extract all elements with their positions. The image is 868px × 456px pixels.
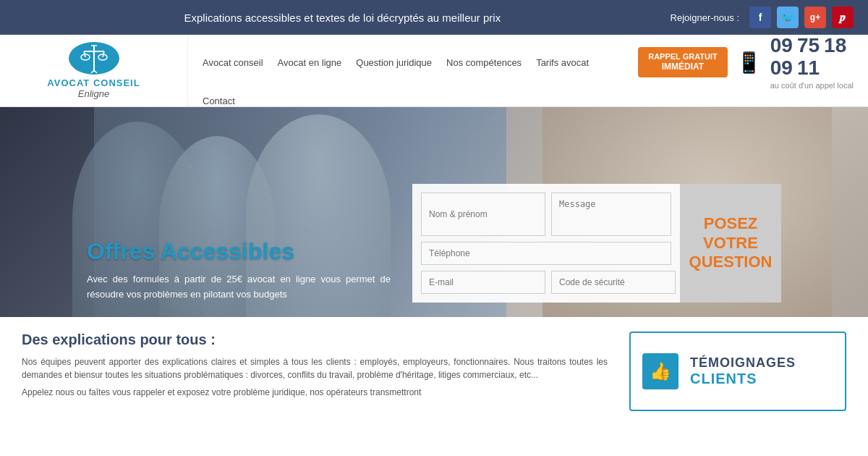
hero-text-block: Offres Accessibles Avec des formules à p… [87,238,391,303]
top-bar: Explications accessibles et textes de lo… [0,0,868,35]
posez-label: POSEZ VOTRE QUESTION [689,214,773,271]
phone-handset-icon: 📱 [736,51,762,75]
bottom-section: Des explications pour tous : Nos équipes… [0,317,868,426]
rappel-line2: IMMÉDIAT [648,62,718,73]
telephone-input[interactable] [421,242,671,265]
nom-input[interactable] [421,193,545,236]
nav-avocat-enligne[interactable]: Avocat en ligne [278,57,342,68]
nav-avocat-conseil[interactable]: Avocat conseil [203,57,263,68]
hero-form-container: 7761 POSEZ VOTRE QUESTION [412,184,781,303]
thumbs-up-icon: 👍 [642,353,678,389]
pinterest-icon[interactable]: 𝒑 [832,7,854,28]
svg-line-4 [84,51,85,57]
social-links: Rejoigner-nous : f 🐦 g+ 𝒑 [671,7,854,28]
hero-title: Offres Accessibles [87,238,391,265]
nav-competences[interactable]: Nos compétences [446,57,522,68]
nav-links: Avocat conseil Avocat en ligne Question … [203,35,854,90]
logo-area[interactable]: AVOCAT CONSEIL Enligne [0,35,188,106]
nav-area: Avocat conseil Avocat en ligne Question … [188,35,868,106]
email-input[interactable] [421,271,545,294]
rappel-line1: RAPPEL GRATUIT [648,51,718,62]
form-row-2 [421,242,671,265]
phone-num-5: 11 [797,57,820,80]
logo-circle [69,42,119,75]
form-row-1 [421,193,671,236]
explications-block: Des explications pour tous : Nos équipes… [22,332,608,411]
posez-question-button[interactable]: POSEZ VOTRE QUESTION [680,184,781,303]
nav-question-juridique[interactable]: Question juridique [356,57,432,68]
header-main: AVOCAT CONSEIL Enligne Avocat conseil Av… [0,35,868,107]
phone-num-1: 09 [770,35,793,57]
explications-text-1: Nos équipes peuvent apporter des explica… [22,355,608,381]
contact-form: 7761 [412,184,680,303]
google-plus-icon[interactable]: g+ [804,7,826,28]
facebook-icon[interactable]: f [749,7,771,28]
phone-num-2: 75 [797,35,820,57]
temoignages-line1: TÉMOIGNAGES [690,355,796,371]
hero-section: Offres Accessibles Avec des formules à p… [0,107,868,317]
phone-num-4: 09 [770,57,793,80]
phone-subtitle: au coût d'un appel local [770,81,854,90]
tagline: Explications accessibles et textes de lo… [14,12,671,24]
nav-tarifs[interactable]: Tarifs avocat [536,57,589,68]
logo-title-line2: Enligne [78,88,109,99]
rejoindre-label: Rejoigner-nous : [671,12,739,23]
phone-num-3: 18 [824,35,846,57]
form-row-3: 7761 [421,271,671,294]
temoignages-line2: CLIENTS [690,371,796,387]
logo-title-line1: AVOCAT CONSEIL [47,77,140,88]
security-code-input[interactable] [551,271,676,294]
hero-subtitle: Avec des formules à partir de 25€ avocat… [87,272,391,303]
temoignages-box: 👍 TÉMOIGNAGES CLIENTS [629,332,846,411]
nav-contact[interactable]: Contact [203,96,235,106]
svg-line-5 [103,51,104,57]
hero-content: Offres Accessibles Avec des formules à p… [0,184,868,317]
phone-numbers: 09 75 18 09 11 au coût d'un appel local [770,35,854,90]
temoignages-text: TÉMOIGNAGES CLIENTS [690,355,796,387]
twitter-icon[interactable]: 🐦 [777,7,799,28]
message-input[interactable] [551,193,671,236]
rappel-button[interactable]: RAPPEL GRATUIT IMMÉDIAT [638,47,728,77]
explications-title: Des explications pour tous : [22,332,608,348]
explications-text-2: Appelez nous ou faîtes vous rappeler et … [22,386,608,399]
